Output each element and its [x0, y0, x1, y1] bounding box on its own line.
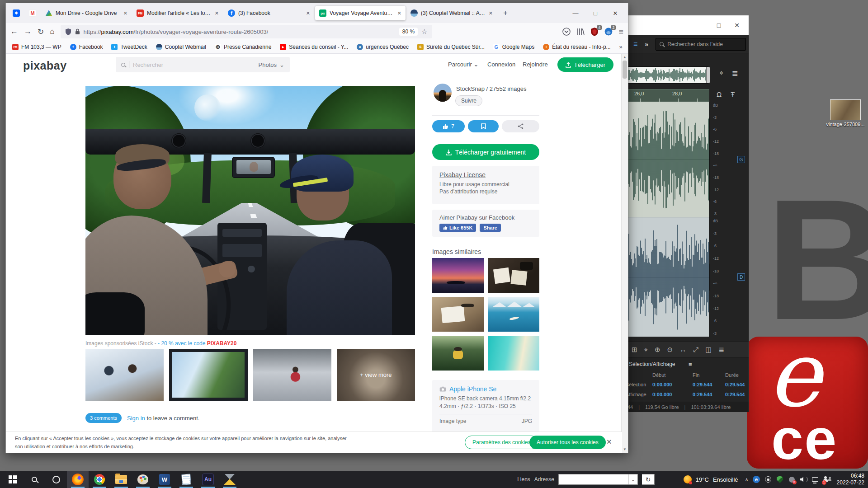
zoom-navigate-icon[interactable]: ⌖: [719, 69, 724, 78]
bookmark-button[interactable]: [468, 120, 499, 132]
tab-google-drive[interactable]: Mon Drive - Google Drive ✕: [41, 6, 132, 20]
taskbar-paint[interactable]: [132, 471, 154, 488]
nav-rejoindre[interactable]: Rejoindre: [523, 61, 548, 68]
view-duration[interactable]: 0:29.544: [725, 392, 745, 397]
view-more-overlay[interactable]: + view more: [337, 349, 415, 401]
similar-image[interactable]: [488, 336, 539, 371]
tab-close-icon[interactable]: ✕: [397, 10, 401, 16]
bookmark-item[interactable]: GGoogle Maps: [493, 44, 534, 50]
overview-handle[interactable]: [706, 67, 710, 83]
new-tab-button[interactable]: +: [498, 6, 513, 20]
address-go-button[interactable]: ↻: [642, 474, 655, 485]
weather-condition[interactable]: Ensoleillé: [713, 476, 738, 483]
cookie-accept-button[interactable]: Autoriser tous les cookies: [529, 436, 606, 449]
bookmark-star-icon[interactable]: ☆: [421, 28, 427, 36]
sign-in-link[interactable]: Sign in: [127, 415, 145, 422]
device-muted-icon[interactable]: ✕: [788, 476, 796, 483]
home-icon[interactable]: ⌂: [50, 27, 54, 36]
similar-image[interactable]: [432, 336, 484, 371]
chevron-down-icon[interactable]: ⌄: [628, 474, 637, 484]
bookmark-item[interactable]: ⊕Presse Canadienne: [215, 44, 271, 50]
nav-connexion[interactable]: Connexion: [487, 61, 515, 68]
marker-pin-icon[interactable]: Ŧ: [731, 90, 735, 98]
defender-icon[interactable]: [776, 476, 784, 483]
hamburger-icon[interactable]: ≡: [633, 40, 637, 48]
similar-image[interactable]: [488, 258, 539, 293]
taskbar-notepad[interactable]: [175, 471, 197, 488]
selection-end[interactable]: 0:29.544: [693, 382, 712, 387]
pocket-icon[interactable]: [562, 28, 571, 36]
uploader-name[interactable]: StockSnap / 27552 images: [456, 85, 526, 92]
fb-like-button[interactable]: Like 655K: [439, 224, 476, 232]
tool-icon[interactable]: ↔: [679, 346, 686, 353]
bookmark-item[interactable]: ▶Séances du conseil - Y...: [280, 44, 348, 50]
url-bar[interactable]: https://pixabay.com/fr/photos/voyager-vo…: [61, 25, 432, 38]
taskbar-search-button[interactable]: [24, 471, 45, 488]
bookmark-item[interactable]: fFacebook: [70, 44, 103, 50]
fb-share-button[interactable]: Share: [480, 224, 501, 232]
back-icon[interactable]: ←: [10, 27, 18, 36]
panel-menu-icon[interactable]: ≡: [689, 361, 692, 368]
tool-icon[interactable]: ⤢: [693, 346, 698, 354]
tool-icon[interactable]: ⊕: [655, 346, 660, 354]
bookmarks-overflow-chevron[interactable]: »: [619, 43, 623, 50]
cookie-close-icon[interactable]: ✕: [606, 438, 612, 446]
taskbar-firefox[interactable]: [67, 471, 89, 488]
taskbar-audition[interactable]: Au: [197, 471, 219, 488]
sponsored-image-view-more[interactable]: + view more: [337, 349, 415, 401]
upload-button[interactable]: Télécharger: [557, 57, 613, 72]
share-button[interactable]: [502, 120, 539, 132]
taskbar-chrome[interactable]: [89, 471, 110, 488]
tool-icon[interactable]: ≣: [718, 346, 724, 354]
selection-duration[interactable]: 0:29.544: [725, 382, 745, 387]
maximize-button[interactable]: □: [585, 4, 605, 22]
taskbar-audacity[interactable]: [219, 471, 241, 488]
view-start[interactable]: 0:00.000: [652, 392, 672, 397]
tray-chevron-up-icon[interactable]: ∧: [745, 477, 749, 483]
hamburger-menu-icon[interactable]: ≡: [618, 27, 623, 37]
network-icon[interactable]: [811, 476, 819, 483]
tab-close-icon[interactable]: ✕: [215, 10, 219, 16]
cookie-settings-button[interactable]: Paramètres des cookies: [465, 436, 538, 449]
similar-image[interactable]: [488, 297, 539, 332]
pixabay-license-link[interactable]: Pixabay License: [439, 171, 532, 178]
address-input[interactable]: ⌄: [558, 474, 638, 485]
tracking-shield-icon[interactable]: [65, 28, 71, 35]
people-icon[interactable]: 1: [823, 476, 831, 483]
tab-pixabay-active[interactable]: px Voyager Voyage Aventure - P ✕: [315, 6, 406, 20]
tab-close-icon[interactable]: ✕: [306, 10, 310, 16]
page-scrollbar[interactable]: ▲ ▼: [621, 54, 628, 453]
help-search-input[interactable]: Rechercher dans l’aide: [656, 38, 746, 51]
chevrons-icon[interactable]: »: [645, 41, 648, 48]
weather-sun-icon[interactable]: [684, 475, 692, 483]
pixabay-search-box[interactable]: Rechercher Photos ⌄: [116, 57, 290, 72]
close-icon[interactable]: ✕: [734, 22, 740, 29]
desktop-icon-vintage[interactable]: vintage-257809...: [825, 99, 866, 127]
bookmark-item[interactable]: SSûreté du Québec Sûr...: [417, 44, 485, 50]
panel-list-icon[interactable]: ≣: [732, 69, 738, 78]
zoom-level-chip[interactable]: 80 %: [399, 28, 418, 36]
view-end[interactable]: 0:29.544: [693, 392, 712, 397]
minimize-icon[interactable]: —: [697, 22, 703, 29]
library-icon[interactable]: [576, 28, 585, 36]
bookmark-item[interactable]: Cooptel Webmail: [156, 44, 206, 50]
tool-icon[interactable]: ⊞: [632, 346, 637, 354]
bookmark-item[interactable]: tTweetDeck: [111, 44, 147, 50]
scroll-down-arrow[interactable]: ▼: [622, 447, 628, 451]
nav-parcourir[interactable]: Parcourir ⌄: [448, 61, 478, 68]
reload-icon[interactable]: ↻: [38, 27, 44, 37]
tool-icon[interactable]: ⌖: [644, 346, 648, 354]
ublock-extension-icon[interactable]: 4: [590, 28, 599, 36]
sponsored-image-airport[interactable]: [253, 349, 331, 401]
taskbar-clock[interactable]: 06:48 2022-07-22: [835, 473, 864, 486]
maximize-icon[interactable]: □: [717, 22, 721, 29]
cortana-button[interactable]: [45, 471, 67, 488]
scroll-up-arrow[interactable]: ▲: [622, 54, 628, 59]
pinned-tab-gmail[interactable]: M: [25, 6, 40, 20]
main-photo[interactable]: [85, 86, 415, 335]
tab-facebook[interactable]: f (3) Facebook ✕: [224, 6, 314, 20]
similar-image[interactable]: [432, 258, 484, 293]
start-button[interactable]: [2, 471, 24, 488]
follow-button[interactable]: Suivre: [455, 95, 482, 106]
uploader-avatar[interactable]: [434, 84, 452, 102]
